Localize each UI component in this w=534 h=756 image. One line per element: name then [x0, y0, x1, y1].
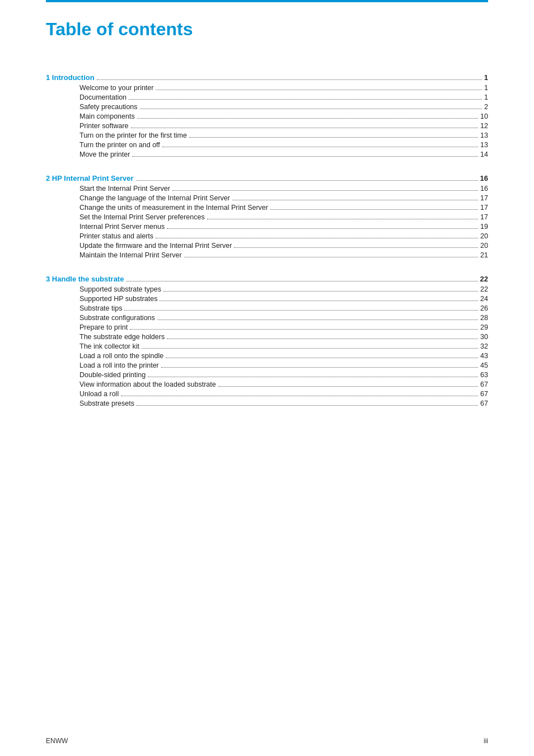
toc-sub-dots-2-2 — [232, 200, 478, 200]
toc-sub-page-2-2: 17 — [480, 194, 488, 202]
toc-sub-dots-3-11 — [218, 386, 478, 387]
toc-sub-page-3-8: 43 — [480, 352, 488, 360]
footer-left: ENWW — [46, 737, 68, 745]
toc-sub-page-3-1: 22 — [480, 285, 488, 293]
toc-sub-dots-1-8 — [132, 156, 478, 157]
toc-sub-page-3-4: 28 — [480, 314, 488, 322]
toc-sub-title-2-8: Maintain the Internal Print Server — [79, 251, 182, 259]
toc-sub-title-2-2: Change the language of the Internal Prin… — [79, 194, 230, 202]
toc-sub-item-1-5: Printer software12 — [46, 122, 488, 130]
toc-sub-item-2-5: Internal Print Server menus19 — [46, 223, 488, 231]
toc-sub-dots-3-7 — [142, 348, 478, 349]
toc-sub-title-3-8: Load a roll onto the spindle — [79, 352, 163, 360]
toc-chapter-row-3: 3 Handle the substrate22 — [46, 275, 488, 283]
toc-sub-title-3-1: Supported substrate types — [79, 285, 161, 293]
toc-chapter-page-3: 22 — [480, 275, 488, 283]
toc-sub-item-2-1: Start the Internal Print Server16 — [46, 185, 488, 192]
toc-sub-page-2-3: 17 — [480, 204, 488, 212]
toc-sub-page-1-5: 12 — [480, 122, 488, 130]
toc-sub-page-1-6: 13 — [480, 132, 488, 139]
toc-sub-dots-2-8 — [184, 257, 478, 257]
toc-sub-title-3-2: Supported HP substrates — [79, 295, 157, 303]
toc-chapter-row-1: 1 Introduction1 — [46, 73, 488, 82]
toc-sub-dots-1-4 — [137, 118, 478, 119]
toc-chapter-dots-2 — [136, 180, 478, 181]
toc-sub-title-2-4: Set the Internal Print Server preference… — [79, 213, 205, 221]
toc-sub-dots-3-13 — [137, 405, 478, 406]
toc-sub-dots-3-3 — [124, 310, 478, 311]
toc-sub-item-1-3: Safety precautions2 — [46, 103, 488, 111]
toc-sub-item-2-3: Change the units of measurement in the I… — [46, 204, 488, 212]
toc-sub-title-3-10: Double-sided printing — [79, 371, 146, 379]
toc-sub-dots-3-9 — [161, 367, 478, 368]
toc-sub-page-3-12: 67 — [480, 390, 488, 398]
toc-sub-title-3-9: Load a roll into the printer — [79, 361, 159, 369]
toc-sub-page-1-7: 13 — [480, 141, 488, 149]
toc-sub-page-3-10: 63 — [480, 371, 488, 379]
toc-sub-dots-1-3 — [140, 109, 483, 109]
toc-sub-page-2-5: 19 — [480, 223, 488, 231]
toc-sub-dots-1-7 — [162, 147, 478, 147]
toc-chapter-page-1: 1 — [484, 73, 488, 82]
toc-sub-page-3-5: 29 — [480, 323, 488, 331]
toc-sub-dots-2-6 — [156, 238, 478, 238]
toc-sub-title-1-1: Welcome to your printer — [79, 84, 153, 92]
toc-sub-dots-3-12 — [121, 396, 478, 396]
toc-chapter-title-3: 3 Handle the substrate — [46, 275, 124, 283]
toc-sub-page-2-7: 20 — [480, 242, 488, 250]
toc-sub-item-1-8: Move the printer14 — [46, 151, 488, 158]
toc-sub-page-2-6: 20 — [480, 232, 488, 240]
toc-sub-title-1-2: Documentation — [79, 93, 127, 101]
footer-right: iii — [484, 737, 488, 745]
toc-sub-item-1-6: Turn on the printer for the first time13 — [46, 132, 488, 139]
toc-chapter-row-2: 2 HP Internal Print Server16 — [46, 174, 488, 182]
toc-sub-item-3-1: Supported substrate types22 — [46, 285, 488, 293]
toc-sub-title-2-5: Internal Print Server menus — [79, 223, 165, 231]
toc-sub-title-1-6: Turn on the printer for the first time — [79, 132, 187, 139]
toc-sub-dots-2-1 — [172, 190, 478, 191]
page: Table of contents 1 Introduction1Welcome… — [0, 0, 534, 756]
toc-sub-title-3-3: Substrate tips — [79, 304, 122, 312]
toc-sub-page-1-1: 1 — [484, 84, 488, 92]
toc-sub-page-1-3: 2 — [484, 103, 488, 111]
toc-sub-dots-1-6 — [189, 137, 478, 138]
toc-sub-item-3-7: The ink collector kit32 — [46, 342, 488, 350]
toc-sub-item-3-8: Load a roll onto the spindle43 — [46, 352, 488, 360]
toc-sub-title-2-3: Change the units of measurement in the I… — [79, 204, 268, 212]
toc-sub-page-3-2: 24 — [480, 295, 488, 303]
toc-sub-title-2-7: Update the firmware and the Internal Pri… — [79, 242, 232, 250]
top-border — [46, 0, 488, 2]
toc-sub-title-3-4: Substrate configurations — [79, 314, 155, 322]
toc-sub-page-2-8: 21 — [480, 251, 488, 259]
toc-sub-item-3-4: Substrate configurations28 — [46, 314, 488, 322]
toc-sub-page-3-11: 67 — [480, 381, 488, 388]
toc-sub-title-3-12: Unload a roll — [79, 390, 119, 398]
footer: ENWW iii — [46, 737, 488, 745]
toc-sub-title-3-5: Prepare to print — [79, 323, 128, 331]
toc-sub-item-2-4: Set the Internal Print Server preference… — [46, 213, 488, 221]
toc-sub-item-3-10: Double-sided printing63 — [46, 371, 488, 379]
toc-sub-page-3-3: 26 — [480, 304, 488, 312]
toc-sub-page-2-4: 17 — [480, 213, 488, 221]
toc-sub-item-1-4: Main components10 — [46, 112, 488, 120]
toc-sub-title-1-4: Main components — [79, 112, 135, 120]
toc-sub-dots-2-4 — [207, 219, 478, 219]
toc-sub-item-2-2: Change the language of the Internal Prin… — [46, 194, 488, 202]
toc-sub-dots-1-2 — [129, 99, 482, 100]
toc-chapter-3: 3 Handle the substrate22Supported substr… — [46, 275, 488, 407]
toc-sub-dots-2-7 — [234, 247, 478, 248]
toc-container: 1 Introduction1Welcome to your printer1D… — [46, 73, 488, 407]
toc-sub-page-3-7: 32 — [480, 342, 488, 350]
toc-sub-page-1-4: 10 — [480, 112, 488, 120]
toc-sub-item-2-6: Printer status and alerts20 — [46, 232, 488, 240]
toc-sub-item-3-12: Unload a roll67 — [46, 390, 488, 398]
toc-sub-page-1-2: 1 — [484, 93, 488, 101]
toc-sub-dots-2-3 — [270, 209, 478, 210]
toc-sub-title-1-3: Safety precautions — [79, 103, 138, 111]
toc-sub-dots-3-4 — [157, 320, 478, 320]
toc-sub-item-1-7: Turn the printer on and off13 — [46, 141, 488, 149]
toc-sub-item-2-8: Maintain the Internal Print Server21 — [46, 251, 488, 259]
toc-chapter-page-2: 16 — [480, 174, 488, 182]
toc-chapter-title-1: 1 Introduction — [46, 73, 95, 82]
toc-sub-title-2-6: Printer status and alerts — [79, 232, 153, 240]
